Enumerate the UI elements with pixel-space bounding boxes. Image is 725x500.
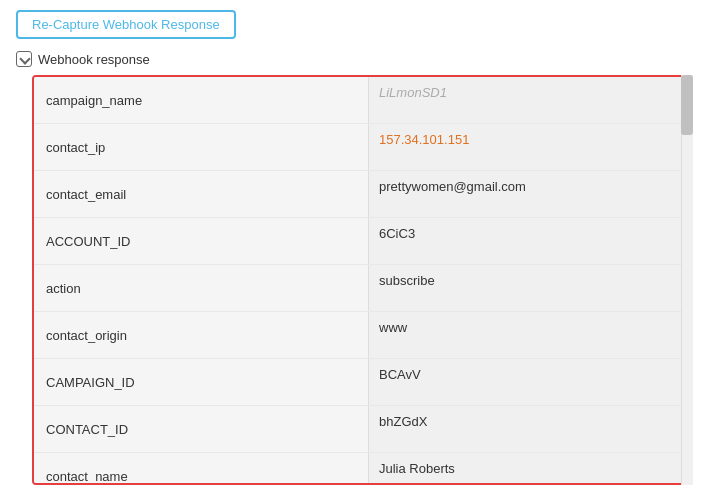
field-label: action — [34, 265, 369, 311]
field-value[interactable]: subscribe⤡ — [369, 265, 691, 311]
field-label: campaign_name — [34, 77, 369, 123]
field-value[interactable]: prettywomen@gmail.com⤡ — [369, 171, 691, 217]
field-value[interactable]: www⤡ — [369, 312, 691, 358]
field-value-text: www — [379, 320, 407, 335]
field-value[interactable]: bhZGdX⤡ — [369, 406, 691, 452]
field-label: contact_ip — [34, 124, 369, 170]
table-row: contact_emailprettywomen@gmail.com⤡ — [34, 171, 691, 218]
field-value-text: Julia Roberts — [379, 461, 455, 476]
field-value-text: 157.34.101.151 — [379, 132, 469, 147]
recapture-button[interactable]: Re-Capture Webhook Response — [16, 10, 236, 39]
field-value[interactable]: LiLmonSD1⤡ — [369, 77, 691, 123]
field-value[interactable]: BCAvV⤡ — [369, 359, 691, 405]
field-label: ACCOUNT_ID — [34, 218, 369, 264]
field-value-text: subscribe — [379, 273, 435, 288]
table-row: CAMPAIGN_IDBCAvV⤡ — [34, 359, 691, 406]
field-value-text: bhZGdX — [379, 414, 427, 429]
scrollbar-thumb[interactable] — [681, 75, 693, 135]
scrollbar-track[interactable] — [681, 75, 693, 485]
webhook-header-label: Webhook response — [38, 52, 150, 67]
table-row: CONTACT_IDbhZGdX⤡ — [34, 406, 691, 453]
field-label: contact_name — [34, 453, 369, 485]
field-value[interactable]: 6CiC3⤡ — [369, 218, 691, 264]
field-value-text: prettywomen@gmail.com — [379, 179, 526, 194]
field-value-text: BCAvV — [379, 367, 421, 382]
table-row: contact_originwww⤡ — [34, 312, 691, 359]
field-label: CONTACT_ID — [34, 406, 369, 452]
field-label: CAMPAIGN_ID — [34, 359, 369, 405]
chevron-down-icon[interactable] — [16, 51, 32, 67]
field-value[interactable]: Julia Roberts⤡ — [369, 453, 691, 485]
field-value-text: 6CiC3 — [379, 226, 415, 241]
fields-outer-wrapper: campaign_nameLiLmonSD1⤡contact_ip157.34.… — [32, 75, 693, 485]
field-value[interactable]: 157.34.101.151⤡ — [369, 124, 691, 170]
table-row: campaign_nameLiLmonSD1⤡ — [34, 77, 691, 124]
webhook-header: Webhook response — [16, 51, 709, 67]
table-row: contact_nameJulia Roberts⤡ — [34, 453, 691, 485]
field-value-text: LiLmonSD1 — [379, 85, 447, 100]
fields-container: campaign_nameLiLmonSD1⤡contact_ip157.34.… — [32, 75, 693, 485]
table-row: ACCOUNT_ID6CiC3⤡ — [34, 218, 691, 265]
table-row: actionsubscribe⤡ — [34, 265, 691, 312]
top-bar: Re-Capture Webhook Response — [0, 0, 725, 47]
field-label: contact_email — [34, 171, 369, 217]
webhook-section: Webhook response campaign_nameLiLmonSD1⤡… — [0, 47, 725, 493]
table-row: contact_ip157.34.101.151⤡ — [34, 124, 691, 171]
field-label: contact_origin — [34, 312, 369, 358]
